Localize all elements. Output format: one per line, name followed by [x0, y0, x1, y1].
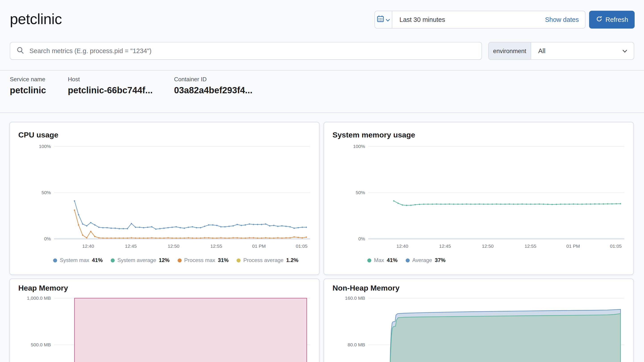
- apm-metrics-page: petclinic Last 30 minutes Show dates Ref…: [0, 0, 644, 362]
- data-point-marker: [123, 228, 124, 230]
- legend-item-system-average[interactable]: System average12%: [111, 257, 170, 263]
- data-point-marker: [220, 237, 222, 238]
- chart-title: System memory usage: [332, 131, 415, 140]
- heap-memory-panel: 1,000.0 MB500.0 MB Heap Memory: [9, 278, 320, 362]
- data-point-marker: [603, 203, 604, 205]
- cpu-usage-legend: System max41%System average12%Process ma…: [53, 257, 298, 263]
- data-point-marker: [196, 238, 197, 239]
- line-path: [74, 201, 306, 229]
- data-point-marker: [282, 225, 283, 226]
- legend-value: 31%: [218, 257, 228, 263]
- refresh-button[interactable]: Refresh: [589, 11, 635, 28]
- data-point-marker: [208, 237, 210, 238]
- environment-select-value: All: [538, 47, 622, 54]
- container-id-info: Container ID 03a82a4bef293f4...: [174, 76, 252, 96]
- data-point-marker: [282, 238, 283, 239]
- chart-title: Non-Heap Memory: [332, 284, 400, 293]
- legend-item-process-average[interactable]: Process average1.2%: [236, 257, 298, 263]
- data-point-marker: [163, 228, 165, 229]
- legend-label: Average: [412, 257, 432, 263]
- host-value: petclinic-66bc744f...: [68, 85, 153, 96]
- data-point-marker: [556, 204, 557, 205]
- data-point-marker: [139, 226, 140, 228]
- legend-value: 41%: [387, 257, 398, 263]
- data-point-marker: [102, 227, 104, 228]
- data-point-marker: [253, 237, 254, 238]
- system-memory-panel: 100%50%0%12:4012:4512:5012:5501 PM01:05 …: [324, 122, 634, 275]
- data-point-marker: [261, 238, 262, 239]
- data-point-marker: [163, 238, 165, 239]
- data-point-marker: [594, 203, 596, 205]
- search-input[interactable]: [24, 42, 482, 59]
- data-point-marker: [155, 228, 157, 230]
- data-point-marker: [509, 204, 510, 205]
- cpu-usage-panel: 100%50%0%12:4012:4512:5012:5501 PM01:05 …: [9, 122, 320, 275]
- data-point-marker: [273, 225, 274, 226]
- data-point-marker: [419, 204, 420, 205]
- legend-item-average[interactable]: Average37%: [406, 257, 446, 263]
- show-dates-link[interactable]: Show dates: [545, 16, 585, 23]
- data-point-marker: [224, 226, 226, 228]
- data-point-marker: [200, 238, 201, 239]
- y-axis-tick-label: 0%: [358, 236, 365, 241]
- time-range-display[interactable]: Last 30 minutes: [392, 16, 545, 23]
- data-point-marker: [573, 204, 574, 205]
- data-point-marker: [245, 238, 246, 239]
- data-point-marker: [86, 237, 88, 238]
- data-point-marker: [131, 223, 132, 224]
- data-point-marker: [286, 237, 287, 238]
- service-name-info: Service name petclinic: [10, 76, 46, 96]
- data-point-marker: [155, 238, 157, 239]
- data-point-marker: [232, 237, 234, 238]
- data-point-marker: [302, 226, 303, 228]
- data-point-marker: [200, 227, 201, 228]
- legend-label: System average: [117, 257, 156, 263]
- data-point-marker: [249, 224, 250, 225]
- x-axis-tick-label: 12:45: [439, 244, 451, 248]
- divider: [0, 112, 644, 113]
- data-point-marker: [470, 204, 472, 205]
- data-point-marker: [487, 204, 489, 205]
- data-point-marker: [172, 226, 173, 228]
- data-point-marker: [496, 204, 497, 205]
- legend-value: 1.2%: [286, 257, 298, 263]
- data-point-marker: [204, 237, 205, 238]
- data-point-marker: [598, 203, 600, 205]
- data-point-marker: [500, 204, 502, 205]
- y-axis-tick-label: 50%: [42, 190, 51, 195]
- data-point-marker: [167, 227, 169, 228]
- legend-item-system-max[interactable]: System max41%: [53, 257, 103, 263]
- data-point-marker: [620, 203, 621, 204]
- data-point-marker: [196, 227, 197, 228]
- legend-dot-icon: [53, 258, 57, 262]
- x-axis-tick-label: 12:50: [482, 244, 494, 248]
- data-point-marker: [414, 204, 416, 205]
- environment-select[interactable]: All: [531, 42, 634, 59]
- data-point-marker: [257, 224, 258, 225]
- data-point-marker: [261, 224, 262, 225]
- data-point-marker: [135, 226, 136, 228]
- data-point-marker: [94, 224, 96, 226]
- area-path: [390, 314, 620, 362]
- data-point-marker: [522, 204, 523, 205]
- legend-label: Process max: [184, 257, 215, 263]
- legend-item-max[interactable]: Max41%: [367, 257, 398, 263]
- chevron-down-icon: [622, 47, 628, 54]
- y-axis-tick-label: 100%: [353, 144, 365, 149]
- data-point-marker: [406, 205, 408, 206]
- data-point-marker: [143, 227, 144, 228]
- data-point-marker: [277, 237, 278, 238]
- x-axis-tick-label: 12:45: [125, 244, 137, 248]
- legend-item-process-max[interactable]: Process max31%: [178, 257, 229, 263]
- data-point-marker: [444, 204, 446, 205]
- data-point-marker: [440, 204, 442, 205]
- data-point-marker: [212, 238, 214, 239]
- data-point-marker: [176, 238, 177, 239]
- system-memory-chart: 100%50%0%12:4012:4512:5012:5501 PM01:05: [324, 122, 634, 275]
- date-picker: Last 30 minutes Show dates: [374, 11, 586, 28]
- data-point-marker: [547, 204, 548, 205]
- data-point-marker: [184, 228, 185, 229]
- quick-select-button[interactable]: [375, 11, 392, 28]
- data-point-marker: [526, 204, 527, 205]
- series-pink-area-max-1000mb: [74, 298, 307, 362]
